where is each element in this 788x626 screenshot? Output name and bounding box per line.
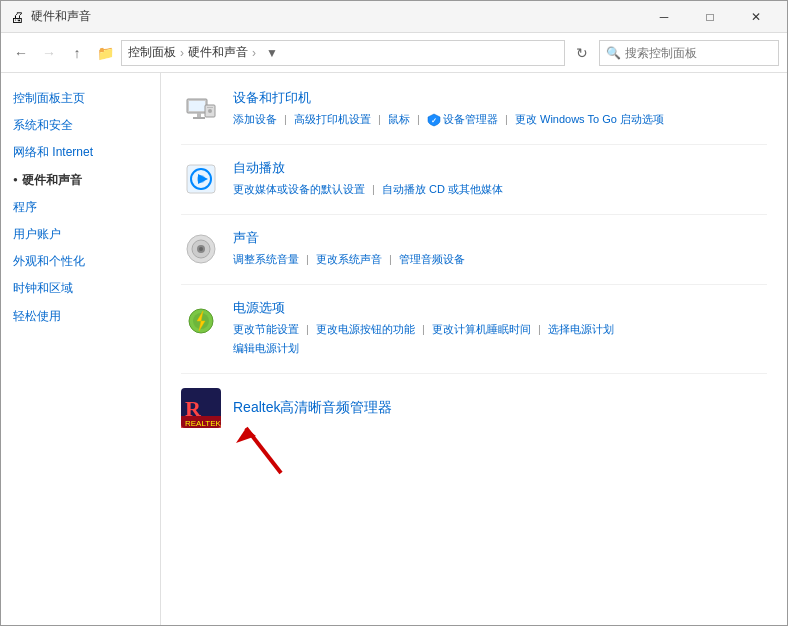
link-windows-to-go[interactable]: 更改 Windows To Go 启动选项 xyxy=(515,113,664,125)
link-autoplay-cd[interactable]: 自动播放 CD 或其他媒体 xyxy=(382,183,503,195)
breadcrumb-sep-0: › xyxy=(180,46,184,60)
sidebar-label-0: 控制面板主页 xyxy=(13,89,85,108)
back-button[interactable]: ← xyxy=(9,41,33,65)
link-manage-audio[interactable]: 管理音频设备 xyxy=(399,253,465,265)
autoplay-links: 更改媒体或设备的默认设置 | 自动播放 CD 或其他媒体 xyxy=(233,180,767,200)
svg-rect-1 xyxy=(189,101,205,111)
link-power-plan[interactable]: 选择电源计划 xyxy=(548,323,614,335)
sidebar-label-3: 硬件和声音 xyxy=(22,171,82,190)
section-power: 电源选项 更改节能设置 | 更改电源按钮的功能 | 更改计算机睡眠时间 | 选择… xyxy=(181,299,767,375)
svg-marker-24 xyxy=(236,428,256,443)
devices-icon xyxy=(181,89,221,129)
refresh-button[interactable]: ↻ xyxy=(569,40,595,66)
link-edit-power-plan[interactable]: 编辑电源计划 xyxy=(233,342,299,354)
sidebar-label-8: 轻松使用 xyxy=(13,307,61,326)
power-body: 电源选项 更改节能设置 | 更改电源按钮的功能 | 更改计算机睡眠时间 | 选择… xyxy=(233,299,767,360)
active-bullet: ● xyxy=(13,174,18,187)
titlebar-title: 硬件和声音 xyxy=(31,8,641,25)
sidebar-label-5: 用户账户 xyxy=(13,225,61,244)
maximize-button[interactable]: □ xyxy=(687,1,733,33)
sidebar: 控制面板主页 系统和安全 网络和 Internet ● 硬件和声音 程序 用户账… xyxy=(1,73,161,625)
link-adjust-volume[interactable]: 调整系统音量 xyxy=(233,253,299,265)
content-area: 设备和打印机 添加设备 | 高级打印机设置 | 鼠标 | ✓ 设备管理器 xyxy=(161,73,787,625)
sidebar-item-8[interactable]: 轻松使用 xyxy=(1,303,160,330)
link-device-manager[interactable]: 设备管理器 xyxy=(443,110,498,130)
link-add-device[interactable]: 添加设备 xyxy=(233,113,277,125)
svg-rect-2 xyxy=(197,113,201,117)
devices-links: 添加设备 | 高级打印机设置 | 鼠标 | ✓ 设备管理器 | xyxy=(233,110,767,130)
devices-body: 设备和打印机 添加设备 | 高级打印机设置 | 鼠标 | ✓ 设备管理器 xyxy=(233,89,767,130)
svg-point-5 xyxy=(208,109,212,113)
link-mouse[interactable]: 鼠标 xyxy=(388,113,410,125)
realtek-icon: R REALTEK xyxy=(181,388,221,428)
sidebar-item-5[interactable]: 用户账户 xyxy=(1,221,160,248)
devices-title[interactable]: 设备和打印机 xyxy=(233,89,767,107)
svg-text:REALTEK: REALTEK xyxy=(185,419,221,428)
search-input[interactable] xyxy=(625,46,775,60)
sidebar-label-7: 时钟和区域 xyxy=(13,279,73,298)
link-change-defaults[interactable]: 更改媒体或设备的默认设置 xyxy=(233,183,365,195)
section-autoplay: 自动播放 更改媒体或设备的默认设置 | 自动播放 CD 或其他媒体 xyxy=(181,159,767,215)
sound-body: 声音 调整系统音量 | 更改系统声音 | 管理音频设备 xyxy=(233,229,767,270)
breadcrumb-item-1[interactable]: 硬件和声音 xyxy=(188,44,248,61)
forward-button[interactable]: → xyxy=(37,41,61,65)
sidebar-item-1[interactable]: 系统和安全 xyxy=(1,112,160,139)
power-icon xyxy=(181,299,221,339)
red-arrow xyxy=(221,408,341,478)
minimize-button[interactable]: ─ xyxy=(641,1,687,33)
link-energy-settings[interactable]: 更改节能设置 xyxy=(233,323,299,335)
close-button[interactable]: ✕ xyxy=(733,1,779,33)
main-window: 🖨 硬件和声音 ─ □ ✕ ← → ↑ 📁 控制面板 › 硬件和声音 › ▼ ↻… xyxy=(0,0,788,626)
breadcrumb-item-0[interactable]: 控制面板 xyxy=(128,44,176,61)
svg-rect-3 xyxy=(193,117,205,119)
link-power-button[interactable]: 更改电源按钮的功能 xyxy=(316,323,415,335)
sidebar-item-7[interactable]: 时钟和区域 xyxy=(1,275,160,302)
sidebar-item-4[interactable]: 程序 xyxy=(1,194,160,221)
sound-title[interactable]: 声音 xyxy=(233,229,767,247)
section-devices: 设备和打印机 添加设备 | 高级打印机设置 | 鼠标 | ✓ 设备管理器 xyxy=(181,89,767,145)
titlebar-controls: ─ □ ✕ xyxy=(641,1,779,33)
autoplay-title[interactable]: 自动播放 xyxy=(233,159,767,177)
search-icon: 🔍 xyxy=(606,46,621,60)
sidebar-label-6: 外观和个性化 xyxy=(13,252,85,271)
address-path[interactable]: 控制面板 › 硬件和声音 › ▼ xyxy=(121,40,565,66)
sidebar-item-0[interactable]: 控制面板主页 xyxy=(1,85,160,112)
folder-icon: 📁 xyxy=(95,43,115,63)
autoplay-body: 自动播放 更改媒体或设备的默认设置 | 自动播放 CD 或其他媒体 xyxy=(233,159,767,200)
link-sleep-time[interactable]: 更改计算机睡眠时间 xyxy=(432,323,531,335)
svg-rect-6 xyxy=(207,107,213,108)
arrow-area xyxy=(201,428,767,498)
power-links: 更改节能设置 | 更改电源按钮的功能 | 更改计算机睡眠时间 | 选择电源计划 … xyxy=(233,320,767,360)
titlebar-icon: 🖨 xyxy=(9,9,25,25)
sidebar-item-3: ● 硬件和声音 xyxy=(1,167,160,194)
breadcrumb: 控制面板 › 硬件和声音 › xyxy=(128,44,258,61)
svg-text:✓: ✓ xyxy=(431,117,437,124)
titlebar: 🖨 硬件和声音 ─ □ ✕ xyxy=(1,1,787,33)
breadcrumb-sep-1: › xyxy=(252,46,256,60)
shield-icon: ✓ xyxy=(427,113,441,127)
section-sound: 声音 调整系统音量 | 更改系统声音 | 管理音频设备 xyxy=(181,229,767,285)
sound-links: 调整系统音量 | 更改系统声音 | 管理音频设备 xyxy=(233,250,767,270)
sidebar-label-1: 系统和安全 xyxy=(13,116,73,135)
up-button[interactable]: ↑ xyxy=(65,41,89,65)
sidebar-label-2: 网络和 Internet xyxy=(13,143,93,162)
address-dropdown[interactable]: ▼ xyxy=(262,46,282,60)
link-change-sounds[interactable]: 更改系统声音 xyxy=(316,253,382,265)
addressbar: ← → ↑ 📁 控制面板 › 硬件和声音 › ▼ ↻ 🔍 xyxy=(1,33,787,73)
autoplay-icon xyxy=(181,159,221,199)
search-box[interactable]: 🔍 xyxy=(599,40,779,66)
main-content: 控制面板主页 系统和安全 网络和 Internet ● 硬件和声音 程序 用户账… xyxy=(1,73,787,625)
sound-icon xyxy=(181,229,221,269)
sidebar-item-6[interactable]: 外观和个性化 xyxy=(1,248,160,275)
link-printer-settings[interactable]: 高级打印机设置 xyxy=(294,113,371,125)
sidebar-item-2[interactable]: 网络和 Internet xyxy=(1,139,160,166)
svg-point-15 xyxy=(199,247,203,251)
power-title[interactable]: 电源选项 xyxy=(233,299,767,317)
sidebar-label-4: 程序 xyxy=(13,198,37,217)
